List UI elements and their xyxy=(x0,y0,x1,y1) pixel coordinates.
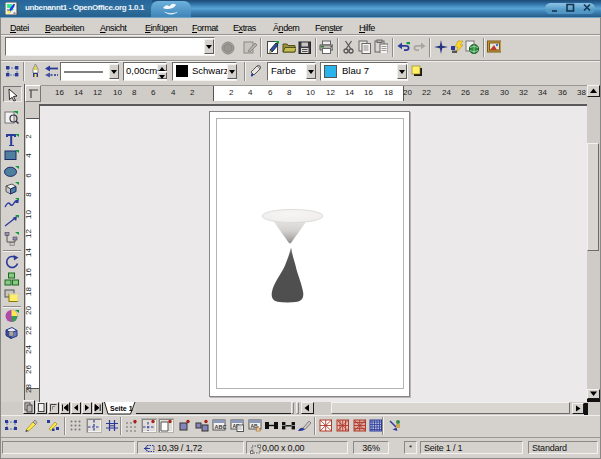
svg-text:AB: AB xyxy=(251,423,259,429)
svg-text:Seite 1: Seite 1 xyxy=(110,405,133,412)
svg-text:ABC: ABC xyxy=(215,424,227,430)
